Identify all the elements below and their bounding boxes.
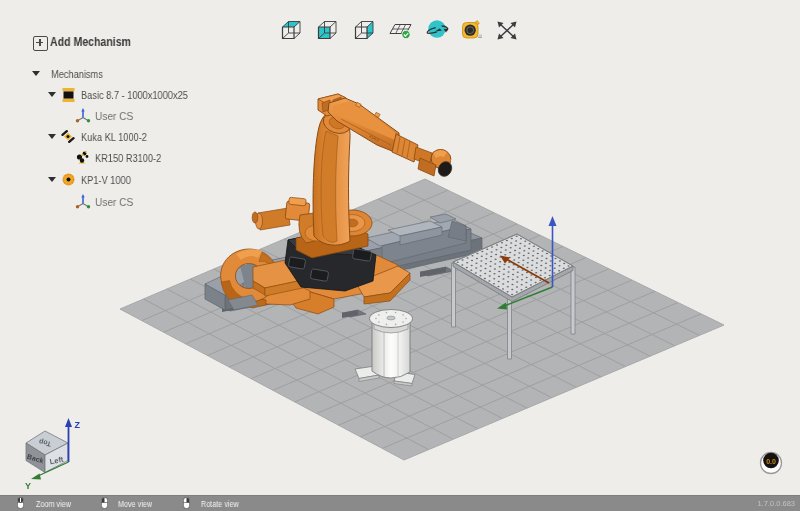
svg-text:0.0: 0.0 bbox=[766, 458, 776, 465]
svg-text:Z: Z bbox=[75, 420, 81, 430]
svg-text:Y: Y bbox=[25, 481, 31, 491]
